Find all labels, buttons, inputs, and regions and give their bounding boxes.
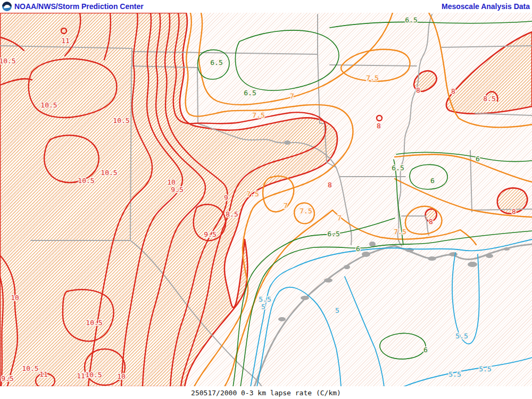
border-tx-100w [197,68,198,123]
spc-mesoanalysis-page: NOAA/NWS/Storm Prediction Center Mesosca… [0,0,532,399]
contour-label-6.5: 6.5 [244,89,256,97]
contour-label-10.5: 10.5 [85,371,102,379]
contour-5.5-bottom [403,358,532,386]
contour-label-10.5: 10.5 [78,177,94,185]
contour-6-oval-gulf [380,333,426,359]
contour-6-oval-ms [410,164,447,189]
contour-label-5.5: 5.5 [455,332,468,340]
contour-label-6: 6 [356,245,360,253]
contour-label-6.5: 6.5 [405,16,417,24]
contour-map-svg: 1110.510.510.510.510.5109.598.59.51010.5… [0,13,532,386]
contour-label-7: 7 [284,202,288,210]
contour-label-11: 11 [39,370,48,378]
contour-label-8: 8 [377,122,381,130]
contour-label-8: 8 [328,181,332,189]
contour-label-7.5: 7.5 [394,228,406,236]
hatched-region-ge8 [0,13,532,386]
contour-label-10.5: 10.5 [86,319,102,327]
contour-5-gulf [345,277,384,386]
contour-6.5-top-right [330,21,532,28]
contour-8-main-boundary [0,13,337,386]
contour-label-5.5: 5.5 [259,295,271,303]
contour-label-10.5: 10.5 [0,57,16,65]
contour-label-8: 8 [512,207,516,215]
header-right-title: Mesoscale Analysis Data [442,2,530,11]
contour-6.5-loop-ok [235,30,339,90]
contour-7-north [199,13,393,105]
sabine-river [339,177,352,245]
contour-label-10.5: 10.5 [113,117,129,124]
contour-label-11: 11 [77,372,85,380]
contour-label-5.5: 5.5 [479,365,491,373]
contour-label-6: 6 [423,346,428,354]
contour-8-dot-ar [377,115,382,121]
page-header: NOAA/NWS/Storm Prediction Center Mesosca… [0,0,532,13]
contour-6-right-line [396,152,532,161]
contour-label-8: 8 [416,86,420,94]
contour-label-6.5: 6.5 [210,59,222,66]
header-left: NOAA/NWS/Storm Prediction Center [2,2,144,11]
contour-label-7.5: 7.5 [252,111,264,119]
contour-label-10.5: 10.5 [40,101,57,109]
contour-label-8.5: 8.5 [483,95,495,103]
contour-7.5-la-loop [405,206,442,234]
contour-label-7.5: 7.5 [246,190,259,198]
contour-label-9.5: 9.5 [171,186,183,194]
contour-label-10.5: 10.5 [101,169,117,177]
contour-label-5: 5 [335,306,339,314]
contour-label-5: 5 [261,303,265,311]
contour-label-6.5: 6.5 [392,164,404,172]
contour-label-8: 8 [451,87,455,95]
contour-label-8.5: 8.5 [226,210,238,218]
contour-label-8: 8 [429,218,433,226]
contour-7-mid-right [395,154,532,182]
contour-label-7.5: 7.5 [300,207,312,215]
border-tn-ms [475,113,532,115]
border-al-fl [472,209,532,210]
contour-label-10: 10 [167,178,176,186]
contour-label-6: 6 [430,177,435,185]
louisiana-coastline [395,244,532,260]
contour-label-6: 6 [476,155,480,163]
header-left-title: NOAA/NWS/Storm Prediction Center [14,2,144,11]
map-layers: 1110.510.510.510.510.5109.598.59.51010.5… [0,13,532,386]
contour-label-9.5: 9.5 [1,375,13,383]
contour-label-9.5: 9.5 [204,230,216,238]
contour-label-7.5: 7.5 [366,74,378,82]
contour-label-6.5: 6.5 [327,230,339,238]
contour-label-11: 11 [61,37,70,45]
noaa-logo-icon [2,2,12,11]
map-caption: 250517/2000 0-3 km lapse rate (C/km) [0,386,532,399]
contour-label-10: 10 [11,294,19,302]
contour-label-7: 7 [337,214,342,222]
contour-label-7: 7 [290,92,294,100]
contour-label-5.5: 5.5 [448,370,461,378]
contour-label-10: 10 [117,372,126,380]
lapse-rate-contour-map[interactable]: 1110.510.510.510.510.5109.598.59.51010.5… [0,13,532,386]
contour-label-9: 9 [224,194,228,202]
contour-label-10.5: 10.5 [22,364,38,372]
